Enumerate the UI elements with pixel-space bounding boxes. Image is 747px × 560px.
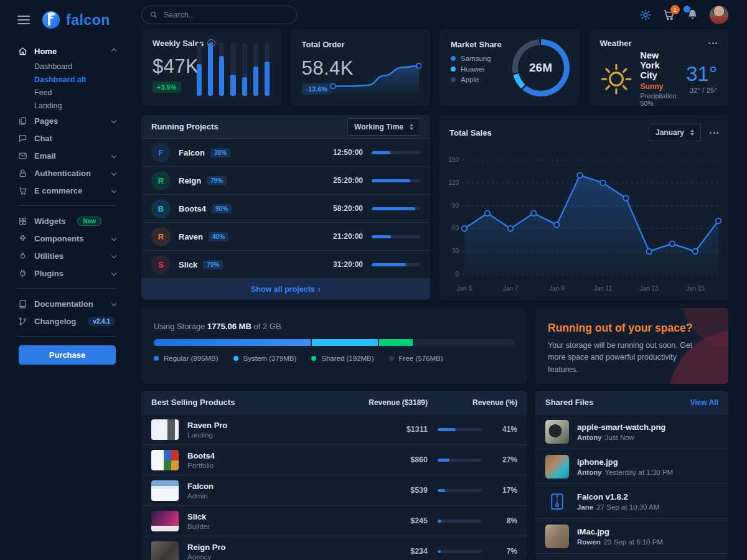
progress-fill [438, 520, 441, 523]
bar-track [197, 43, 202, 96]
notifications-bell-icon[interactable] [686, 8, 699, 21]
storage-progress-bar [154, 339, 515, 346]
bar-fill [253, 67, 258, 96]
file-meta: AntonyYesterday at 1:30 PM [577, 469, 673, 476]
month-select[interactable]: January [649, 124, 701, 141]
project-row-slick: SSlick70%31:20:00 [141, 251, 430, 279]
product-name[interactable]: Falcon [187, 482, 214, 491]
purchase-button[interactable]: Purchase [19, 345, 116, 365]
sidebar-item-chat[interactable]: Chat [17, 129, 131, 147]
cart-badge: 1 [670, 5, 680, 14]
search-input[interactable] [162, 10, 289, 20]
weekly-sales-badge: +3.5% [153, 82, 181, 93]
sidebar: falcon HomeDashboardDashboard altFeedLan… [0, 0, 131, 560]
product-name[interactable]: Reign Pro [187, 543, 225, 552]
bar-fill [197, 64, 202, 96]
project-name[interactable]: Reign [179, 176, 201, 185]
sidebar-item-email[interactable]: Email [17, 147, 131, 164]
sidebar-item-changelog[interactable]: Changelogv2.4.1 [17, 312, 131, 330]
sidebar-item-dashboard[interactable]: Dashboard [17, 60, 131, 73]
file-info: iMac.jpgRowen23 Sep at 6:10 PM [577, 527, 663, 546]
sidebar-item-feed[interactable]: Feed [17, 86, 131, 99]
weather-card: Weather New York City Sunny Precipitatio… [589, 29, 729, 106]
svg-text:Jan 15: Jan 15 [686, 285, 705, 292]
project-time: 25:20:00 [333, 176, 363, 185]
storage-row: Using Storage 1775.06 MB of 2 GB Regular… [141, 308, 728, 384]
show-all-projects-link[interactable]: Show all projects› [141, 279, 430, 299]
sidebar-item-plugins[interactable]: Plugins [17, 264, 131, 282]
card-title: Total Order [302, 40, 345, 49]
brand-name: falcon [66, 12, 110, 29]
working-time-select[interactable]: Working Time [347, 118, 420, 136]
project-percent-badge: 38% [210, 148, 230, 157]
stats-row: Weekly Sales ? $47K +3.5% Total Order 58… [141, 29, 728, 106]
sidebar-item-authentication[interactable]: Authentication [17, 164, 131, 182]
file-name[interactable]: apple-smart-watch.png [577, 422, 665, 432]
file-name[interactable]: iphone.jpg [577, 457, 673, 467]
promo-title: Running out of your space? [548, 322, 716, 335]
file-thumbnail [545, 525, 569, 548]
file-name[interactable]: Falcon v1.8.2 [577, 492, 659, 502]
svg-text:Jan 9: Jan 9 [549, 285, 565, 292]
sidebar-item-utilities[interactable]: Utilities [17, 247, 131, 264]
upgrade-space-card: Running out of your space? Your storage … [535, 308, 728, 384]
sidebar-item-landing[interactable]: Landing [17, 99, 131, 112]
file-name[interactable]: iMac.jpg [577, 527, 663, 536]
search-icon [149, 11, 157, 19]
sidebar-item-e-commerce[interactable]: E commerce [17, 182, 131, 199]
project-progress-bar [372, 179, 420, 182]
storage-legend-item: Shared (192MB) [311, 355, 374, 362]
bar-fill [265, 62, 270, 96]
project-name[interactable]: Slick [179, 260, 197, 269]
storage-segment-regular [154, 339, 311, 346]
view-all-link[interactable]: View All [690, 398, 718, 407]
project-name[interactable]: Boots4 [179, 204, 206, 213]
legend-dot [389, 356, 394, 361]
sidebar-item-documentation[interactable]: Documentation [17, 295, 131, 312]
project-avatar: F [151, 143, 171, 162]
sidebar-item-label: Email [34, 151, 56, 161]
shared-files-card: Shared Files View All apple-smart-watch.… [535, 391, 728, 560]
sidebar-item-components[interactable]: Components [17, 230, 131, 247]
menu-toggle-icon[interactable] [17, 16, 30, 24]
cart-icon[interactable]: 1 [662, 8, 675, 21]
topbar: 1 [141, 0, 728, 29]
more-icon[interactable] [710, 129, 718, 136]
file-row-iphone-jpg: iphone.jpgAntonyYesterday at 1:30 PM [535, 449, 728, 484]
bar-track [253, 43, 258, 96]
brand-logo[interactable]: falcon [41, 10, 110, 30]
project-name[interactable]: Raven [179, 232, 203, 241]
chevron-down-icon [111, 118, 116, 123]
user-avatar[interactable] [710, 6, 728, 24]
product-category: Portfolio [187, 462, 215, 469]
revenue-column-header: Revenue ($3189) [353, 398, 428, 407]
product-name[interactable]: Boots4 [187, 451, 215, 460]
sidebar-item-widgets[interactable]: WidgetsNew [17, 212, 131, 230]
widgets-icon [17, 217, 27, 226]
market-share-card: Market Share SamsungHuaweiApple 26M [439, 29, 580, 106]
settings-gear-icon[interactable] [639, 9, 652, 21]
search-box[interactable] [141, 6, 297, 24]
product-row-boots4: Boots4Portfolio$86027% [141, 445, 527, 475]
project-name[interactable]: Falcon [179, 148, 205, 157]
sidebar-badge: v2.4.1 [88, 317, 115, 326]
product-name[interactable]: Slick [187, 512, 210, 521]
legend-dot [233, 356, 238, 361]
project-progress-bar [372, 263, 420, 266]
sidebar-item-dashboard-alt[interactable]: Dashboard alt [17, 73, 131, 86]
sidebar-item-home[interactable]: Home [17, 42, 131, 60]
home-icon [17, 47, 27, 56]
legend-label: Regular (895MB) [164, 355, 218, 362]
product-progress-bar [438, 550, 481, 553]
products-table: Raven ProLanding$131141%Boots4Portfolio$… [141, 414, 527, 560]
legend-dot [311, 356, 316, 361]
chevron-down-icon [111, 301, 116, 306]
more-icon[interactable] [708, 40, 717, 47]
sidebar-item-pages[interactable]: Pages [17, 112, 131, 129]
sun-icon [600, 63, 632, 95]
product-name[interactable]: Raven Pro [187, 421, 227, 430]
revenue-percent-column-header: Revenue (%) [428, 398, 517, 407]
project-percent-badge: 70% [203, 260, 223, 269]
file-meta: Rowen23 Sep at 6:10 PM [577, 538, 663, 546]
bar-track [219, 43, 224, 96]
